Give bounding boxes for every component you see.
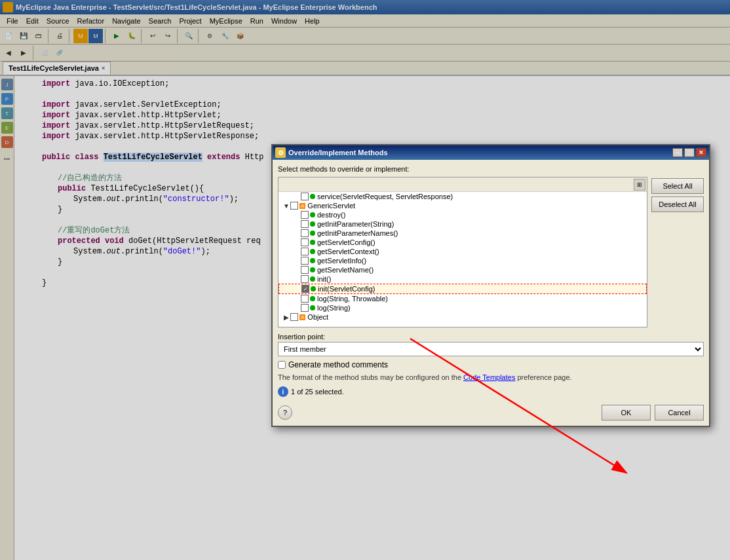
override-implement-dialog: ⚙ Override/Implement Methods ─ □ ✕ Selec…: [271, 144, 710, 427]
dialog-maximize-button[interactable]: □: [684, 148, 695, 157]
insertion-point-area: Insertion point: First member Last membe…: [278, 333, 704, 356]
dialog-buttons-row: ? OK Cancel: [278, 402, 704, 420]
tree-item-logstringthrowable[interactable]: log(String, Throwable): [279, 294, 647, 303]
tree-item-getservletcontext[interactable]: getServletContext(): [279, 247, 647, 256]
status-area: i 1 of 25 selected.: [278, 386, 704, 397]
dialog-title-icon: ⚙: [275, 147, 286, 158]
dot-getinitparamnames: [310, 231, 315, 236]
info-icon: i: [278, 386, 288, 397]
expand-object[interactable]: ▶: [282, 313, 290, 321]
dot-init: [310, 276, 315, 282]
checkbox-getservletconfig[interactable]: [301, 238, 309, 246]
status-text: 1 of 25 selected.: [291, 388, 344, 396]
dot-service: [310, 194, 315, 199]
dot-getservletcontext: [310, 249, 315, 254]
checkbox-getservletname[interactable]: [301, 266, 309, 274]
insertion-label: Insertion point:: [278, 333, 704, 341]
tree-toolbar: ⊞: [279, 177, 647, 192]
tree-item-getservletinfo[interactable]: getServletInfo(): [279, 256, 647, 265]
generate-comments-checkbox[interactable]: [278, 361, 286, 369]
generate-comments-area: Generate method comments: [278, 360, 704, 369]
dialog-close-button[interactable]: ✕: [696, 148, 706, 157]
tree-item-destroy[interactable]: destroy(): [279, 210, 647, 219]
code-templates-link[interactable]: Code Templates: [463, 373, 515, 381]
checkbox-initservletconfig[interactable]: [301, 285, 309, 293]
config-text-before: The format of the method stubs may be co…: [278, 373, 463, 381]
class-icon-object: A: [299, 314, 305, 320]
generate-comments-label: Generate method comments: [288, 360, 388, 369]
ok-button[interactable]: OK: [602, 405, 651, 420]
insertion-select-container: First member Last member Before selected…: [278, 342, 704, 356]
dialog-title: Override/Implement Methods: [288, 149, 388, 157]
tree-expand-all-button[interactable]: ⊞: [634, 179, 645, 191]
tree-item-getinitparam[interactable]: getInitParameter(String): [279, 219, 647, 229]
checkbox-logstring[interactable]: [301, 304, 309, 312]
dialog-body: Select methods to override or implement:…: [273, 160, 709, 426]
checkbox-service[interactable]: [301, 193, 309, 200]
tree-item-init[interactable]: init(): [279, 274, 647, 284]
dot-logstring: [310, 305, 315, 310]
checkbox-init[interactable]: [301, 275, 309, 283]
tree-item-getservletname[interactable]: getServletName(): [279, 265, 647, 274]
dialog-methods-area: ⊞ service(ServletRequest, ServletRespons…: [278, 177, 704, 327]
checkbox-getservletcontext[interactable]: [301, 248, 309, 255]
help-button[interactable]: ?: [278, 405, 292, 420]
config-text-after: preference page.: [515, 373, 571, 381]
methods-container: ⊞ service(ServletRequest, ServletRespons…: [278, 177, 647, 327]
tree-item-getinitparamnames[interactable]: getInitParameterNames(): [279, 229, 647, 238]
dot-getinitparam: [310, 221, 315, 227]
class-icon-genericservlet: A: [299, 203, 305, 209]
tree-item-object[interactable]: ▶ A Object: [279, 312, 647, 322]
checkbox-getinitparam[interactable]: [301, 220, 309, 228]
insertion-point-select[interactable]: First member Last member Before selected…: [278, 342, 704, 356]
checkbox-getservletinfo[interactable]: [301, 257, 309, 265]
expand-genericservlet[interactable]: ▼: [282, 202, 290, 210]
dot-getservletname: [310, 267, 315, 272]
dialog-title-bar: ⚙ Override/Implement Methods ─ □ ✕: [273, 145, 709, 160]
dot-getservletinfo: [310, 258, 315, 263]
checkbox-destroy[interactable]: [301, 211, 309, 219]
select-all-button[interactable]: Select All: [651, 178, 704, 194]
checkbox-logstringthrowable[interactable]: [301, 295, 309, 303]
dialog-overlay: ⚙ Override/Implement Methods ─ □ ✕ Selec…: [0, 0, 730, 560]
tree-item-initservletconfig[interactable]: init(ServletConfig): [279, 284, 647, 294]
dot-logstringthrowable: [310, 296, 315, 301]
tree-item-logstring[interactable]: log(String): [279, 303, 647, 312]
deselect-all-button[interactable]: Deselect All: [651, 196, 704, 212]
dialog-minimize-button[interactable]: ─: [672, 148, 683, 157]
cancel-button[interactable]: Cancel: [655, 405, 704, 420]
checkbox-getinitparamnames[interactable]: [301, 229, 309, 237]
tree-item-genericservlet[interactable]: ▼ A GenericServlet: [279, 201, 647, 210]
checkbox-genericservlet[interactable]: [290, 202, 298, 210]
dialog-right-buttons: Select All Deselect All: [651, 177, 704, 327]
dialog-instruction: Select methods to override or implement:: [278, 165, 704, 173]
dialog-title-controls: ─ □ ✕: [672, 148, 706, 157]
tree-item-service[interactable]: service(ServletRequest, ServletResponse): [279, 192, 647, 201]
checkbox-object[interactable]: [290, 313, 298, 321]
dot-destroy: [310, 212, 315, 217]
dot-initservletconfig: [311, 286, 316, 291]
methods-tree[interactable]: service(ServletRequest, ServletResponse)…: [279, 192, 647, 327]
config-text-area: The format of the method stubs may be co…: [278, 373, 704, 381]
tree-item-getservletconfig[interactable]: getServletConfig(): [279, 238, 647, 247]
dot-getservletconfig: [310, 240, 315, 245]
